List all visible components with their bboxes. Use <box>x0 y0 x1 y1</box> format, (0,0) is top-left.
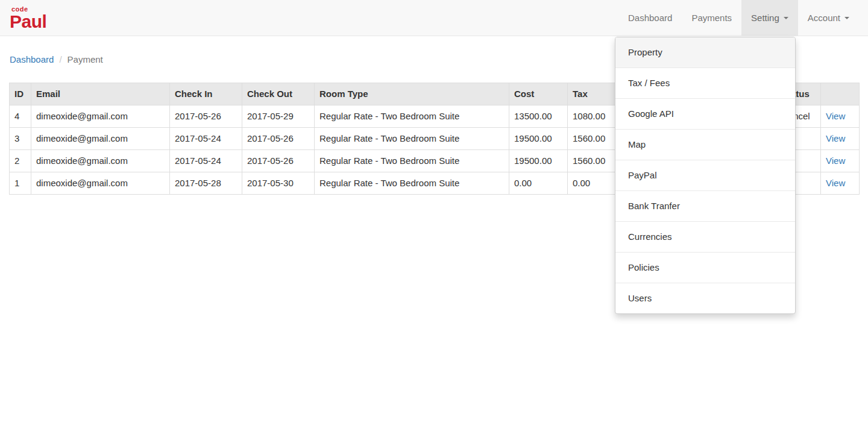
cell-cost: 19500.00 <box>509 128 568 150</box>
cell-cost: 0.00 <box>509 172 568 195</box>
cell-check-out: 2017-05-26 <box>242 128 315 150</box>
header-check-in: Check In <box>170 83 242 105</box>
cell-check-out: 2017-05-29 <box>242 105 315 128</box>
header-email: Email <box>31 83 170 105</box>
cell-action: View <box>821 172 860 195</box>
cell-action: View <box>821 105 860 128</box>
menu-item-map[interactable]: Map <box>615 130 795 160</box>
view-link[interactable]: View <box>826 178 845 188</box>
header-room-type: Room Type <box>315 83 509 105</box>
cell-check-out: 2017-05-26 <box>242 150 315 172</box>
cell-check-out: 2017-05-30 <box>242 172 315 195</box>
cell-action: View <box>821 128 860 150</box>
view-link[interactable]: View <box>826 156 845 166</box>
cell-check-in: 2017-05-26 <box>170 105 242 128</box>
breadcrumb-current-page: Payment <box>68 54 103 64</box>
brand-logo[interactable]: code Paul <box>0 0 46 36</box>
header-action <box>821 83 860 105</box>
nav-item-setting-label: Setting <box>751 13 779 23</box>
nav-item-payments[interactable]: Payments <box>682 0 741 36</box>
nav-item-setting[interactable]: Setting <box>741 0 798 36</box>
nav-item-account-label: Account <box>808 13 840 23</box>
brand-logo-paul-text: Paul <box>10 13 46 31</box>
cell-check-in: 2017-05-24 <box>170 128 242 150</box>
cell-email: dimeoxide@gmail.com <box>31 172 170 195</box>
cell-action: View <box>821 150 860 172</box>
menu-item-google-api[interactable]: Google API <box>615 99 795 130</box>
top-navbar: code Paul Dashboard Payments Setting Acc… <box>0 0 868 36</box>
cell-id: 3 <box>10 128 31 150</box>
menu-item-property[interactable]: Property <box>615 37 795 68</box>
menu-item-tax-fees[interactable]: Tax / Fees <box>615 68 795 99</box>
cell-cost: 19500.00 <box>509 150 568 172</box>
menu-item-bank-tranfer[interactable]: Bank Tranfer <box>615 191 795 222</box>
cell-room-type: Regular Rate - Two Bedroom Suite <box>315 150 509 172</box>
nav-item-dashboard[interactable]: Dashboard <box>618 0 682 36</box>
cell-room-type: Regular Rate - Two Bedroom Suite <box>315 105 509 128</box>
cell-id: 1 <box>10 172 31 195</box>
cell-room-type: Regular Rate - Two Bedroom Suite <box>315 172 509 195</box>
breadcrumb-dashboard-link[interactable]: Dashboard <box>10 54 54 64</box>
cell-check-in: 2017-05-24 <box>170 150 242 172</box>
nav-item-dashboard-label: Dashboard <box>628 13 672 23</box>
nav-item-account[interactable]: Account <box>798 0 859 36</box>
menu-item-users[interactable]: Users <box>615 283 795 313</box>
breadcrumb-separator: / <box>54 54 67 64</box>
cell-room-type: Regular Rate - Two Bedroom Suite <box>315 128 509 150</box>
menu-item-policies[interactable]: Policies <box>615 253 795 283</box>
cell-check-in: 2017-05-28 <box>170 172 242 195</box>
header-check-out: Check Out <box>242 83 315 105</box>
cell-id: 4 <box>10 105 31 128</box>
cell-id: 2 <box>10 150 31 172</box>
setting-dropdown-menu: Property Tax / Fees Google API Map PayPa… <box>615 37 796 314</box>
main-nav: Dashboard Payments Setting Account <box>618 0 859 36</box>
cell-email: dimeoxide@gmail.com <box>31 105 170 128</box>
view-link[interactable]: View <box>826 111 845 121</box>
cell-cost: 13500.00 <box>509 105 568 128</box>
menu-item-paypal[interactable]: PayPal <box>615 160 795 191</box>
nav-item-payments-label: Payments <box>691 13 732 23</box>
view-link[interactable]: View <box>826 133 845 143</box>
cell-email: dimeoxide@gmail.com <box>31 150 170 172</box>
header-id: ID <box>10 83 31 105</box>
cell-email: dimeoxide@gmail.com <box>31 128 170 150</box>
header-cost: Cost <box>509 83 568 105</box>
chevron-down-icon <box>844 17 849 19</box>
menu-item-currencies[interactable]: Currencies <box>615 222 795 253</box>
chevron-down-icon <box>784 17 788 19</box>
